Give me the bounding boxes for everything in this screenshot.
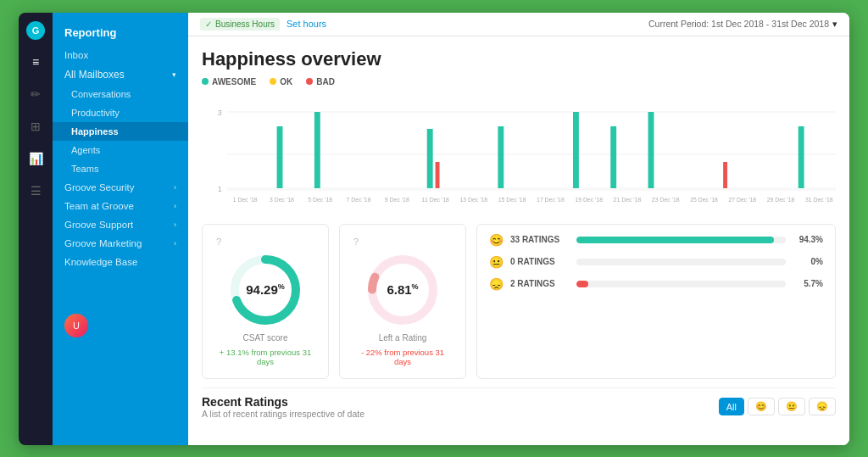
rating-bar-awesome [576, 237, 774, 243]
chart-legend: AWESOME OK BAD [202, 77, 836, 86]
sidebar-item-knowledge-base[interactable]: Knowledge Base [53, 253, 188, 271]
topbar-left: ✓ Business Hours Set hours [200, 18, 326, 31]
period-label: Current Period: 1st Dec 2018 - 31st Dec … [648, 19, 829, 29]
check-icon: ✓ [205, 20, 212, 29]
rating-pct-bad: 5.7% [793, 279, 823, 288]
legend-label-ok: OK [280, 77, 292, 86]
svg-text:15 Dec '18: 15 Dec '18 [498, 196, 526, 202]
sidebar-item-agents[interactable]: Agents [53, 141, 188, 159]
svg-text:7 Dec '18: 7 Dec '18 [347, 196, 371, 202]
sidebar-item-teams[interactable]: Teams [53, 159, 188, 178]
left-rating-donut: 6.81% [364, 252, 441, 328]
rating-emoji-awesome: 😊 [489, 233, 504, 247]
rating-label-ok: 0 RATINGS [510, 257, 570, 266]
list-icon[interactable]: ☰ [25, 181, 46, 201]
bar-awesome [277, 126, 283, 188]
hamburger-icon[interactable]: ≡ [25, 52, 46, 72]
filter-ok-button[interactable]: 😐 [778, 398, 805, 415]
csat-help-icon[interactable]: ? [216, 237, 221, 247]
sidebar-item-team-groove[interactable]: Team at Groove › [53, 197, 188, 215]
legend-bad: BAD [306, 77, 335, 86]
csat-label: CSAT score [243, 333, 288, 343]
svg-text:21 Dec '18: 21 Dec '18 [614, 196, 642, 202]
chevron-right-icon: › [174, 239, 176, 248]
sidebar-item-groove-marketing[interactable]: Groove Marketing › [53, 234, 188, 253]
pencil-icon[interactable]: ✏ [25, 84, 46, 104]
bar-awesome [573, 112, 579, 188]
dropdown-arrow-icon[interactable]: ▾ [832, 19, 837, 29]
bar-awesome [648, 112, 654, 188]
chevron-right-icon: › [174, 220, 176, 229]
business-hours-badge: ✓ Business Hours [200, 18, 280, 31]
left-rating-label: Left a Rating [379, 333, 427, 343]
bar-awesome [314, 112, 320, 188]
svg-text:29 Dec '18: 29 Dec '18 [767, 196, 795, 202]
ratings-filter-buttons: All 😊 😐 😞 [719, 398, 836, 415]
filter-all-button[interactable]: All [719, 398, 744, 415]
rating-emoji-bad: 😞 [489, 277, 504, 291]
legend-dot-ok [270, 78, 276, 85]
svg-text:31 Dec '18: 31 Dec '18 [805, 196, 833, 202]
recent-ratings-subtitle: A list of recent ratings irrespective of… [202, 409, 364, 419]
svg-text:1 Dec '18: 1 Dec '18 [233, 196, 258, 202]
legend-awesome: AWESOME [202, 77, 256, 86]
rating-row-awesome: 😊 33 RATINGS 94.3% [489, 233, 823, 247]
bar-awesome [610, 126, 616, 188]
left-rating-trend: - 22% from previous 31 days [353, 348, 452, 366]
svg-text:17 Dec '18: 17 Dec '18 [537, 196, 565, 202]
csat-donut: 94.29% [227, 252, 303, 328]
sidebar: Reporting Inbox All Mailboxes ▾ Conversa… [53, 13, 188, 445]
chevron-right-icon: › [174, 183, 176, 192]
content-area: Happiness overview AWESOME OK BAD [188, 36, 849, 445]
chevron-right-icon: › [174, 202, 176, 210]
recent-ratings-header: Recent Ratings A list of recent ratings … [202, 395, 836, 419]
sidebar-item-productivity[interactable]: Productivity [53, 103, 188, 122]
recent-ratings-section: Recent Ratings A list of recent ratings … [202, 387, 836, 419]
bar-awesome [498, 126, 504, 188]
chart-icon[interactable]: 📊 [25, 148, 46, 169]
sidebar-item-conversations[interactable]: Conversations [53, 85, 188, 103]
csat-trend: + 13.1% from previous 31 days [216, 348, 314, 366]
rating-emoji-ok: 😐 [489, 255, 504, 269]
grid-icon[interactable]: ⊞ [25, 116, 46, 137]
rating-row-ok: 😐 0 RATINGS 0% [489, 255, 823, 269]
left-rating-help-icon[interactable]: ? [353, 237, 359, 247]
sidebar-item-inbox[interactable]: Inbox [53, 46, 188, 64]
period-text: Current Period: 1st Dec 2018 - 31st Dec … [648, 19, 837, 29]
sidebar-item-all-mailboxes[interactable]: All Mailboxes ▾ [53, 64, 188, 85]
svg-text:11 Dec '18: 11 Dec '18 [421, 196, 449, 202]
happiness-chart: 3 1 [202, 95, 836, 214]
svg-text:27 Dec '18: 27 Dec '18 [728, 196, 756, 202]
filter-awesome-button[interactable]: 😊 [748, 398, 775, 415]
rating-label-awesome: 33 RATINGS [510, 235, 570, 244]
bar-bad [436, 162, 440, 188]
set-hours-link[interactable]: Set hours [287, 19, 326, 29]
topbar: ✓ Business Hours Set hours Current Perio… [188, 13, 849, 36]
main-content: ✓ Business Hours Set hours Current Perio… [188, 13, 849, 445]
csat-value: 94.29% [246, 282, 285, 297]
legend-ok: OK [270, 77, 292, 86]
page-title: Happiness overview [202, 48, 836, 70]
chart-svg: 3 1 [202, 95, 836, 214]
svg-text:25 Dec '18: 25 Dec '18 [690, 196, 718, 202]
sidebar-item-groove-support[interactable]: Groove Support › [53, 215, 188, 234]
svg-text:3: 3 [218, 108, 222, 116]
avatar[interactable]: U [64, 314, 88, 337]
chevron-down-icon: ▾ [172, 70, 176, 79]
svg-text:1: 1 [218, 184, 222, 192]
rating-pct-ok: 0% [793, 257, 823, 266]
rating-bar-bad [576, 281, 588, 287]
bar-awesome [427, 129, 433, 188]
filter-bad-button[interactable]: 😞 [809, 398, 836, 415]
rating-row-bad: 😞 2 RATINGS 5.7% [489, 277, 823, 291]
business-hours-label: Business Hours [215, 20, 275, 29]
bar-awesome [798, 126, 804, 188]
svg-text:23 Dec '18: 23 Dec '18 [652, 196, 680, 202]
svg-text:5 Dec '18: 5 Dec '18 [308, 196, 332, 202]
legend-label-bad: BAD [316, 77, 335, 86]
svg-text:19 Dec '18: 19 Dec '18 [575, 196, 603, 202]
sidebar-item-groove-security[interactable]: Groove Security › [53, 178, 188, 197]
sidebar-item-happiness[interactable]: Happiness [53, 122, 188, 141]
stats-row: ? 94.29% CSAT score + 13.1% from previou… [202, 224, 836, 379]
rating-bar-bg-ok [576, 259, 786, 265]
